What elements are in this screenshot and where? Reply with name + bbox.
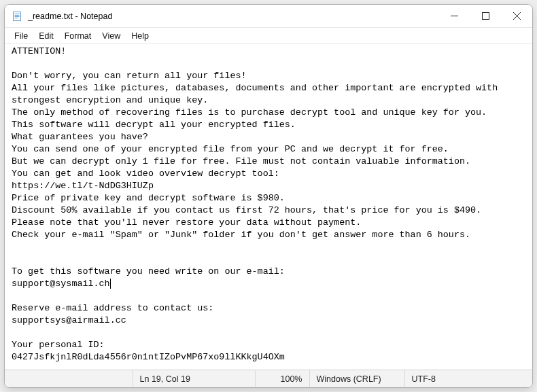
menu-view[interactable]: View [97,30,126,42]
text-line: Price of private key and decrypt softwar… [12,193,285,203]
statusbar-line-col: Ln 19, Col 19 [133,370,255,387]
statusbar-spacer [5,370,133,387]
notepad-window: _readme.txt - Notepad File Edit Format V… [4,4,533,388]
text-line: Check your e-mail "Spam" or "Junk" folde… [12,230,470,240]
text-line: supportsys@airmail.cc [12,315,126,325]
text-caret [110,279,111,289]
window-title: _readme.txt - Notepad [28,12,112,21]
close-button[interactable] [501,5,532,28]
text-line: Discount 50% available if you contact us… [12,205,481,215]
text-line: But we can decrypt only 1 file for free.… [12,156,470,166]
statusbar: Ln 19, Col 19 100% Windows (CRLF) UTF-8 [5,370,532,387]
svg-rect-6 [482,13,489,20]
menu-file[interactable]: File [9,30,33,42]
text-line: To get this software you need write on o… [12,266,285,277]
statusbar-encoding: UTF-8 [404,370,533,387]
statusbar-zoom: 100% [255,370,309,387]
notepad-app-icon [12,11,22,22]
text-line: support@sysmail.ch [12,279,110,289]
titlebar: _readme.txt - Notepad [5,5,532,28]
text-editor[interactable]: ATTENTION! Don't worry, you can return a… [5,44,532,370]
text-line: Don't worry, you can return all your fil… [12,71,247,81]
text-line: Reserve e-mail address to contact us: [12,303,213,313]
text-line: The only method of recovering files is t… [12,107,487,118]
text-line: https://we.tl/t-NdDG3HIUZp [12,181,154,191]
menu-edit[interactable]: Edit [33,30,59,42]
text-line: Your personal ID: [12,340,105,350]
text-line: This software will decrypt all your encr… [12,120,296,130]
minimize-button[interactable] [438,5,470,28]
text-line: 0427JsfkjnlR0dLda4556r0n1ntIZoPvMP67xo9l… [12,352,285,362]
text-line: All your files like pictures, databases,… [12,83,503,105]
text-line: Please note that you'll never restore yo… [12,217,361,228]
text-line: You can get and look video overview decr… [12,168,279,179]
menubar: File Edit Format View Help [5,28,532,44]
maximize-button[interactable] [470,5,501,28]
text-line: What guarantees you have? [12,132,148,142]
menu-help[interactable]: Help [126,30,154,42]
menu-format[interactable]: Format [59,30,97,42]
text-line: ATTENTION! [12,46,66,56]
statusbar-line-ending: Windows (CRLF) [309,370,404,387]
text-line: You can send one of your encrypted file … [12,144,449,154]
